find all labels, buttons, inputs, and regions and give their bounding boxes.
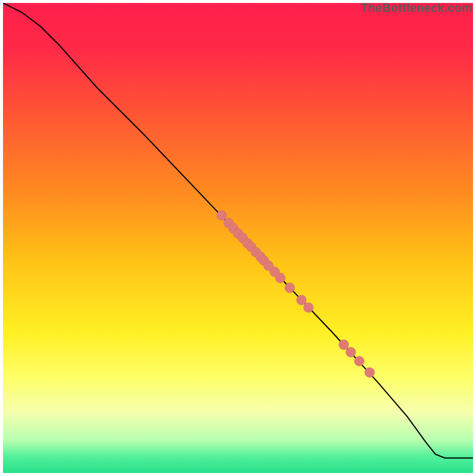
data-point <box>303 303 314 313</box>
data-point <box>365 368 375 378</box>
watermark-text: TheBottleneck.com <box>361 1 472 15</box>
chart-container: TheBottleneck.com <box>0 0 476 476</box>
data-point <box>355 356 365 367</box>
plot-area <box>3 3 473 473</box>
data-point <box>296 295 306 305</box>
data-point <box>217 211 227 221</box>
data-point <box>285 283 295 293</box>
data-point <box>339 340 349 350</box>
chart-overlay <box>3 3 473 473</box>
data-point <box>346 347 356 358</box>
data-point <box>275 273 286 283</box>
